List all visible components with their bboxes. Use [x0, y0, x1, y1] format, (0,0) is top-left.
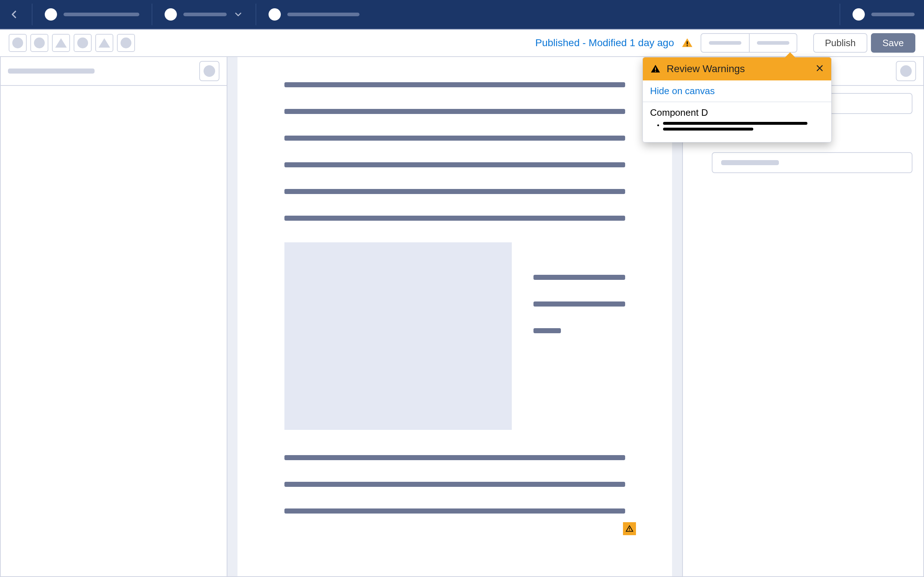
left-panel — [0, 57, 228, 577]
nav-tab-3[interactable] — [263, 8, 365, 21]
text-block-3[interactable] — [284, 455, 625, 514]
nav-tab-2[interactable] — [159, 8, 249, 21]
tool-button-6[interactable] — [117, 34, 135, 52]
close-icon — [815, 64, 824, 73]
divider — [255, 3, 256, 25]
tool-button-5[interactable] — [95, 34, 113, 52]
component-warning-badge[interactable] — [623, 522, 636, 535]
panel-title — [8, 69, 95, 74]
panel-action[interactable] — [199, 61, 220, 81]
tool-button-4[interactable] — [74, 34, 92, 52]
segment-1[interactable] — [701, 34, 749, 52]
user-menu[interactable] — [847, 8, 921, 21]
segment-2[interactable] — [749, 34, 796, 52]
text-block-2[interactable] — [533, 242, 625, 430]
tab-icon — [165, 8, 177, 21]
back-button[interactable] — [3, 0, 25, 29]
popover-arrow — [785, 52, 795, 57]
chevron-down-icon — [233, 10, 243, 19]
canvas[interactable] — [237, 57, 672, 576]
publish-button[interactable]: Publish — [813, 33, 867, 53]
segmented-control — [701, 33, 797, 53]
global-header — [0, 0, 924, 29]
svg-rect-0 — [687, 42, 688, 45]
divider — [840, 3, 840, 25]
svg-rect-3 — [629, 530, 630, 530]
status-text[interactable]: Published - Modified 1 day ago — [535, 37, 674, 49]
popover-header: Review Warnings — [643, 57, 831, 81]
popover-title: Review Warnings — [667, 63, 809, 75]
canvas-area — [228, 57, 683, 577]
warning-message — [663, 122, 824, 131]
image-text-row[interactable] — [284, 242, 625, 430]
text-block-1[interactable] — [284, 82, 625, 221]
svg-rect-5 — [655, 71, 656, 72]
close-button[interactable] — [815, 63, 824, 75]
tool-button-3[interactable] — [52, 34, 70, 52]
svg-rect-1 — [687, 45, 688, 46]
hide-on-canvas-link[interactable]: Hide on canvas — [643, 81, 831, 102]
warnings-popover: Review Warnings Hide on canvas Component… — [643, 57, 832, 142]
warning-icon — [681, 37, 693, 49]
warnings-trigger[interactable] — [680, 37, 694, 49]
save-button[interactable]: Save — [871, 33, 915, 53]
warning-component-name: Component D — [650, 107, 824, 118]
warning-icon — [625, 525, 633, 533]
tool-button-2[interactable] — [30, 34, 48, 52]
tab-icon — [268, 8, 281, 21]
warning-messages — [650, 122, 824, 131]
popover-body: Component D — [643, 102, 831, 142]
image-placeholder[interactable] — [284, 242, 512, 430]
panel-action[interactable] — [896, 61, 916, 81]
user-label — [871, 13, 914, 16]
tab-label — [287, 13, 360, 16]
tool-button-1[interactable] — [9, 34, 27, 52]
svg-rect-4 — [655, 68, 656, 70]
divider — [152, 3, 152, 25]
divider — [32, 3, 32, 25]
tab-label — [63, 13, 139, 16]
property-card-2[interactable] — [712, 152, 913, 173]
avatar — [853, 8, 865, 21]
nav-tab-1[interactable] — [39, 8, 145, 21]
warning-icon — [650, 63, 661, 74]
tab-label — [183, 13, 227, 16]
tab-icon — [45, 8, 57, 21]
svg-rect-2 — [629, 528, 630, 529]
arrow-left-icon — [8, 8, 21, 21]
left-panel-header — [1, 57, 227, 86]
